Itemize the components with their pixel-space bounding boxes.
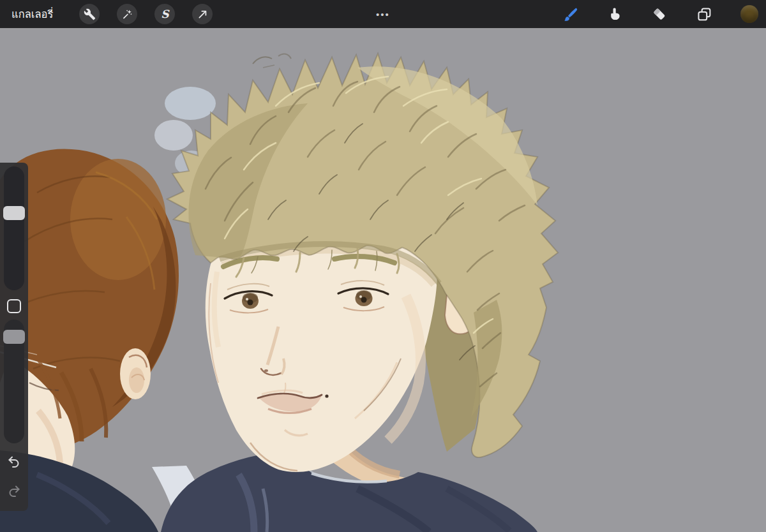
- procreate-window: แกลเลอรี่ S: [0, 0, 766, 532]
- modify-button[interactable]: [0, 297, 28, 316]
- artwork-canvas[interactable]: [0, 28, 766, 532]
- opacity-handle[interactable]: [3, 330, 25, 344]
- selection-s-icon: S: [161, 9, 169, 20]
- left-character-ear: [120, 348, 151, 399]
- undo-icon: [6, 454, 22, 469]
- canvas-options-button[interactable]: •••: [376, 9, 390, 20]
- toolbar-right-group: [562, 0, 766, 28]
- square-icon: [7, 299, 21, 313]
- brush-size-handle[interactable]: [3, 206, 25, 220]
- wrench-icon: [84, 8, 96, 20]
- paint-tool-button[interactable]: [562, 6, 578, 22]
- eraser-tool-button[interactable]: [651, 6, 668, 22]
- adjustments-button[interactable]: [117, 4, 137, 24]
- gallery-button[interactable]: แกลเลอรี่: [11, 6, 53, 22]
- color-swatch[interactable]: [740, 5, 758, 23]
- actions-button[interactable]: [79, 4, 100, 24]
- toolbar-left-group: แกลเลอรี่ S: [0, 0, 213, 28]
- layers-icon: [696, 6, 712, 22]
- sidebar: [0, 163, 28, 511]
- redo-button[interactable]: [0, 480, 28, 502]
- undo-button[interactable]: [0, 451, 28, 473]
- smudge-tool-button[interactable]: [606, 6, 623, 22]
- transform-arrow-icon: [197, 8, 209, 20]
- brush-size-slider[interactable]: [4, 166, 24, 290]
- selection-button[interactable]: S: [154, 4, 175, 24]
- smudge-icon: [607, 6, 622, 22]
- transform-button[interactable]: [192, 4, 213, 24]
- eraser-icon: [652, 6, 667, 22]
- toolbar: แกลเลอรี่ S: [0, 0, 766, 28]
- opacity-slider[interactable]: [4, 320, 24, 443]
- redo-icon: [6, 484, 22, 499]
- brush-icon: [562, 6, 578, 22]
- layers-button[interactable]: [696, 6, 712, 22]
- canvas[interactable]: [0, 28, 766, 532]
- magic-wand-icon: [121, 8, 133, 20]
